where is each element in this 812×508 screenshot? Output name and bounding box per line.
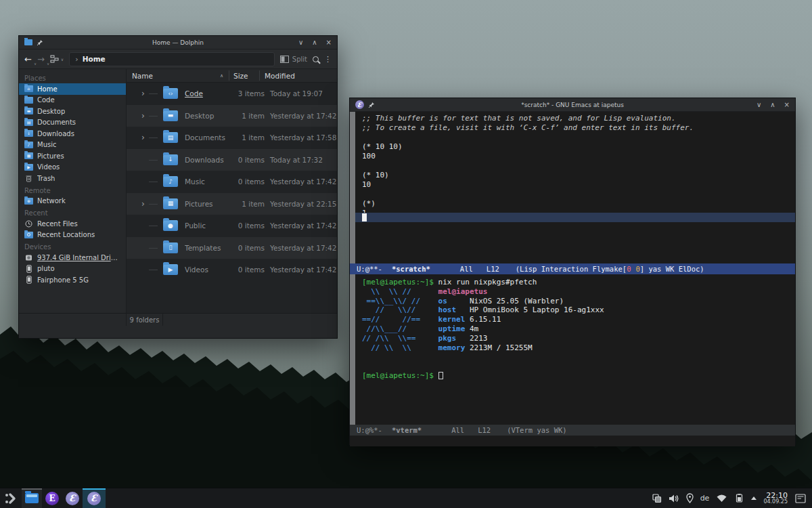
phone-icon bbox=[24, 276, 33, 284]
sidebar-item-pluto[interactable]: pluto bbox=[19, 263, 126, 275]
forward-button[interactable]: →∨ bbox=[37, 55, 45, 64]
phone-icon bbox=[24, 265, 33, 273]
sidebar-item-pictures[interactable]: ▦Pictures bbox=[19, 150, 126, 162]
task-dolphin[interactable] bbox=[22, 488, 42, 508]
network-folder-icon: ⊕ bbox=[24, 198, 33, 205]
expand-arrow-icon[interactable]: › bbox=[141, 89, 145, 98]
task-emacs-active[interactable]: Ɛ bbox=[83, 488, 106, 508]
sidebar-item-documents[interactable]: ▤Documents bbox=[19, 117, 126, 129]
scratch-buffer[interactable]: ;; This buffer is for text that is not s… bbox=[350, 112, 795, 263]
sidebar-item-trash[interactable]: Trash bbox=[19, 173, 126, 184]
sidebar-item-internal-drive[interactable]: 937.4 GiB Internal Drive (… bbox=[19, 252, 126, 263]
sidebar-item-code[interactable]: Code bbox=[19, 95, 126, 106]
sidebar-item-music[interactable]: ♪Music bbox=[19, 140, 126, 151]
documents-folder-icon: ▤ bbox=[24, 119, 33, 126]
clipboard-icon[interactable] bbox=[652, 493, 662, 503]
column-divider[interactable] bbox=[259, 70, 260, 81]
breadcrumb[interactable]: › Home bbox=[69, 52, 275, 66]
search-icon[interactable] bbox=[313, 56, 319, 62]
column-headers: Name ∧ Size Modified bbox=[127, 69, 337, 83]
show-desktop-icon[interactable] bbox=[794, 493, 807, 504]
scrollbar[interactable] bbox=[350, 274, 355, 425]
file-row-templates[interactable]: ▯ Templates 0 items Yesterday at 17:42 bbox=[127, 237, 337, 259]
breadcrumb-location[interactable]: Home bbox=[83, 55, 106, 63]
pin-icon[interactable] bbox=[368, 102, 375, 108]
minimize-button[interactable]: ∨ bbox=[298, 36, 303, 49]
sidebar-item-home[interactable]: ⌂Home bbox=[19, 83, 126, 95]
file-row-videos[interactable]: ▶ Videos 0 items Yesterday at 17:42 bbox=[127, 259, 337, 281]
file-row-music[interactable]: ♪ Music 0 items Yesterday at 17:42 bbox=[127, 171, 337, 193]
volume-icon[interactable] bbox=[669, 494, 679, 503]
pfetch-label: pkgs bbox=[438, 334, 470, 343]
file-row-pictures[interactable]: › ▦ Pictures 1 item Yesterday at 22:15 bbox=[127, 193, 337, 215]
pfetch-user: mel@iapetus bbox=[438, 287, 488, 296]
maximize-button[interactable]: ∧ bbox=[312, 36, 317, 49]
minimize-button[interactable]: ∨ bbox=[757, 98, 761, 112]
keyboard-layout-indicator[interactable]: de bbox=[700, 494, 710, 503]
terminal-cursor bbox=[438, 372, 443, 379]
column-divider[interactable] bbox=[229, 70, 229, 81]
view-tree-button[interactable]: ∨ bbox=[50, 55, 64, 63]
battery-icon[interactable] bbox=[734, 494, 744, 503]
terminal-line: [mel@iapetus:~]$ nix run nixpkgs#pfetch bbox=[362, 278, 795, 287]
terminal-line: ==// //== kernel 6.15.11 bbox=[362, 315, 795, 324]
pin-icon[interactable] bbox=[37, 39, 43, 46]
clock[interactable]: 22:10 04.09.25 bbox=[763, 492, 788, 505]
sidebar-item-videos[interactable]: ▶Videos bbox=[19, 162, 126, 173]
flymake-error-count: 0 bbox=[627, 265, 631, 273]
sidebar-item-recent-locations[interactable]: Recent Locations bbox=[19, 230, 126, 241]
file-name: Documents bbox=[185, 133, 233, 142]
minibuffer-echo-area[interactable] bbox=[350, 436, 795, 446]
file-row-documents[interactable]: › ▤ Documents 1 item Yesterday at 17:58 bbox=[127, 127, 337, 149]
column-header-size[interactable]: Size bbox=[233, 72, 248, 80]
location-icon[interactable] bbox=[686, 493, 694, 503]
recent-locations-folder-icon bbox=[24, 232, 33, 238]
pictures-folder-icon: ▦ bbox=[24, 152, 33, 159]
task-emacs-launcher[interactable]: Ɛ bbox=[62, 488, 83, 508]
emacs-icon: E bbox=[45, 492, 59, 505]
task-emacs-client[interactable]: E bbox=[42, 488, 62, 508]
sidebar-item-network[interactable]: ⊕Network bbox=[19, 196, 126, 207]
close-button[interactable]: × bbox=[784, 98, 790, 112]
dolphin-app-icon bbox=[24, 39, 32, 45]
dolphin-titlebar[interactable]: Home — Dolphin ∨ ∧ × bbox=[19, 36, 337, 49]
tree-view-icon bbox=[50, 55, 59, 63]
expand-arrow-icon[interactable]: › bbox=[141, 133, 145, 142]
terminal-line: ==\\__\\/ // os NixOS 25.05 (Warbler) bbox=[362, 297, 795, 306]
sidebar-item-downloads[interactable]: ↓Downloads bbox=[19, 128, 126, 140]
expand-arrow-icon[interactable]: › bbox=[141, 111, 145, 119]
column-header-name[interactable]: Name bbox=[132, 72, 153, 80]
dolphin-window: Home — Dolphin ∨ ∧ × ←∨ →∨ ∨ › Home Spli… bbox=[18, 35, 338, 339]
emacs-titlebar[interactable]: Ɛ *scratch* - GNU Emacs at iapetus ∨ ∧ × bbox=[350, 98, 795, 112]
pfetch-label: os bbox=[438, 297, 470, 305]
sidebar-item-desktop[interactable]: ▬Desktop bbox=[19, 106, 126, 117]
forward-dropdown-icon[interactable]: ∨ bbox=[47, 62, 49, 66]
file-name: Downloads bbox=[185, 156, 233, 164]
wifi-icon[interactable] bbox=[716, 494, 727, 503]
expand-arrow-icon[interactable]: › bbox=[141, 199, 145, 207]
file-row-downloads[interactable]: ↓ Downloads 0 items Today at 17:32 bbox=[127, 149, 337, 171]
app-launcher-button[interactable] bbox=[0, 488, 22, 508]
tray-expander-icon[interactable] bbox=[751, 496, 757, 500]
column-header-modified[interactable]: Modified bbox=[265, 72, 295, 80]
close-button[interactable]: × bbox=[326, 36, 332, 49]
emacs-app-icon: Ɛ bbox=[355, 100, 364, 109]
back-button[interactable]: ←∨ bbox=[24, 55, 32, 64]
nixos-ascii-logo: // \\// bbox=[362, 305, 438, 314]
desktop-folder-icon: ▬ bbox=[163, 110, 178, 121]
split-button[interactable]: Split bbox=[280, 56, 307, 63]
vterm-buffer[interactable]: [mel@iapetus:~]$ nix run nixpkgs#pfetch … bbox=[350, 274, 795, 425]
sidebar-item-fairphone[interactable]: Fairphone 5 5G bbox=[19, 274, 126, 286]
menu-button[interactable]: ⋮ bbox=[324, 55, 332, 64]
nixos-ascii-logo: //\\___// bbox=[362, 324, 438, 333]
sidebar-item-recent-files[interactable]: Recent Files bbox=[19, 218, 126, 230]
scrollbar[interactable] bbox=[350, 112, 355, 263]
templates-folder-icon: ▯ bbox=[163, 242, 178, 253]
file-row-code[interactable]: › ‹› Code 3 items Today at 19:07 bbox=[127, 83, 337, 105]
file-row-desktop[interactable]: › ▬ Desktop 1 item Yesterday at 17:42 bbox=[127, 105, 337, 127]
buffer-line: 10 bbox=[362, 180, 795, 190]
back-dropdown-icon[interactable]: ∨ bbox=[34, 62, 37, 66]
file-row-public[interactable]: ● Public 0 items Yesterday at 17:42 bbox=[127, 215, 337, 237]
maximize-button[interactable]: ∧ bbox=[770, 98, 775, 112]
emacs-icon: Ɛ bbox=[87, 492, 101, 505]
